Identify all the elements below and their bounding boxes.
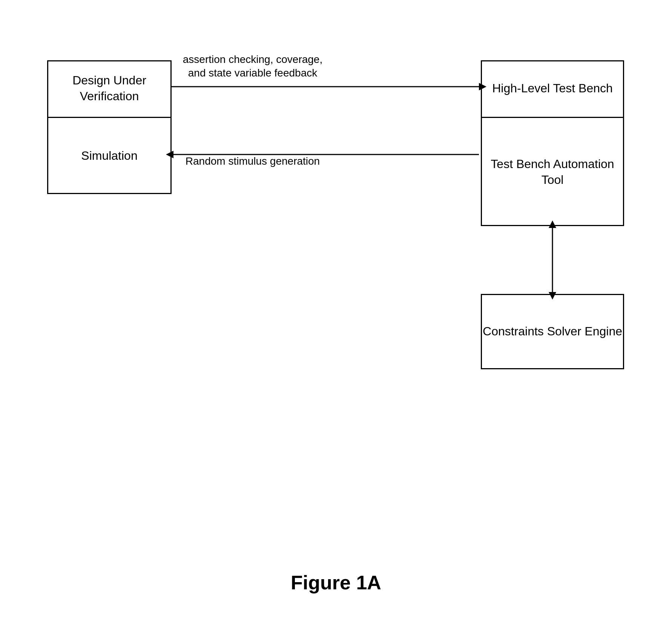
duv-label: Design Under Verification — [47, 60, 172, 117]
diagram-area: Design Under Verification Simulation Hig… — [19, 30, 652, 482]
bottom-arrow-label: Random stimulus generation — [181, 154, 324, 168]
hltb-label: High-Level Test Bench — [481, 60, 624, 117]
top-arrow-label: assertion checking, coverage, and state … — [181, 53, 324, 80]
figure-caption: Figure 1A — [0, 571, 672, 594]
page-container: Design Under Verification Simulation Hig… — [0, 0, 672, 624]
tbat-label: Test Bench Automation Tool — [481, 118, 624, 226]
simulation-label: Simulation — [47, 118, 172, 194]
cse-box: Constraints Solver Engine — [481, 294, 624, 369]
